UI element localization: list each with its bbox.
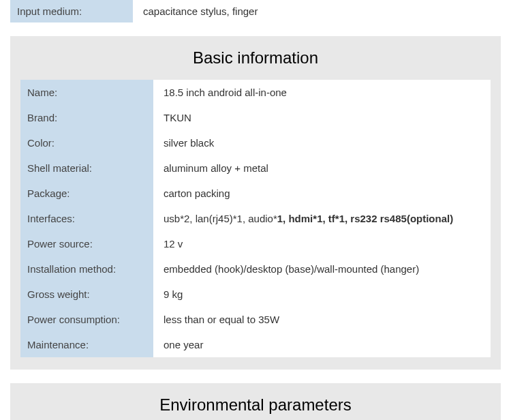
top-spec-row: Input medium: capacitance stylus, finger bbox=[10, 0, 501, 22]
spec-label: Interfaces: bbox=[20, 206, 153, 231]
spec-value-text: usb*2, lan(rj45)*1, audio* bbox=[164, 213, 277, 224]
spec-value: embedded (hook)/desktop (base)/wall-moun… bbox=[153, 256, 491, 282]
spec-value: aluminum alloy + metal bbox=[153, 155, 491, 181]
spec-label: Package: bbox=[20, 181, 153, 206]
spec-value: TKUN bbox=[153, 105, 491, 130]
spec-value-bold: 1, hdmi*1, tf*1, rs232 rs485(optional) bbox=[277, 213, 453, 224]
spec-label: Color: bbox=[20, 130, 153, 155]
spec-row: Installation method: embedded (hook)/des… bbox=[20, 256, 491, 282]
spec-row: Power source: 12 v bbox=[20, 231, 491, 256]
spec-label: Power source: bbox=[20, 231, 153, 256]
spec-row: Name:18.5 inch android all-in-one bbox=[20, 80, 491, 105]
spec-label: Maintenance: bbox=[20, 332, 153, 357]
spec-row: Shell material:aluminum alloy + metal bbox=[20, 155, 491, 181]
spec-value: less than or equal to 35W bbox=[153, 307, 491, 332]
basic-info-table: Name:18.5 inch android all-in-oneBrand:T… bbox=[10, 80, 501, 370]
spec-label: Input medium: bbox=[10, 0, 133, 22]
spec-label: Power consumption: bbox=[20, 307, 153, 332]
spec-value: 9 kg bbox=[153, 282, 491, 307]
spec-row: Interfaces:usb*2, lan(rj45)*1, audio*1, … bbox=[20, 206, 491, 231]
section-title: Environmental parameters bbox=[10, 383, 501, 420]
spec-label: Installation method: bbox=[20, 256, 153, 282]
spec-value: silver black bbox=[153, 130, 491, 155]
spec-row: Maintenance: one year bbox=[20, 332, 491, 357]
spec-label: Gross weight: bbox=[20, 282, 153, 307]
spec-value: 12 v bbox=[153, 231, 491, 256]
spec-label: Shell material: bbox=[20, 155, 153, 181]
spec-row: Brand:TKUN bbox=[20, 105, 491, 130]
spec-value: usb*2, lan(rj45)*1, audio*1, hdmi*1, tf*… bbox=[153, 206, 491, 231]
environmental-parameters-section: Environmental parameters bbox=[10, 383, 501, 420]
spec-row: Package: carton packing bbox=[20, 181, 491, 206]
spec-value: 18.5 inch android all-in-one bbox=[153, 80, 491, 105]
basic-information-section: Basic information Name:18.5 inch android… bbox=[10, 36, 501, 370]
spec-row: Color:silver black bbox=[20, 130, 491, 155]
spec-row: Gross weight: 9 kg bbox=[20, 282, 491, 307]
spec-label: Brand: bbox=[20, 105, 153, 130]
spec-label: Name: bbox=[20, 80, 153, 105]
spec-row: Power consumption: less than or equal to… bbox=[20, 307, 491, 332]
spec-value: carton packing bbox=[153, 181, 491, 206]
spec-value: one year bbox=[153, 332, 491, 357]
section-title: Basic information bbox=[10, 36, 501, 80]
spec-value: capacitance stylus, finger bbox=[133, 0, 501, 22]
